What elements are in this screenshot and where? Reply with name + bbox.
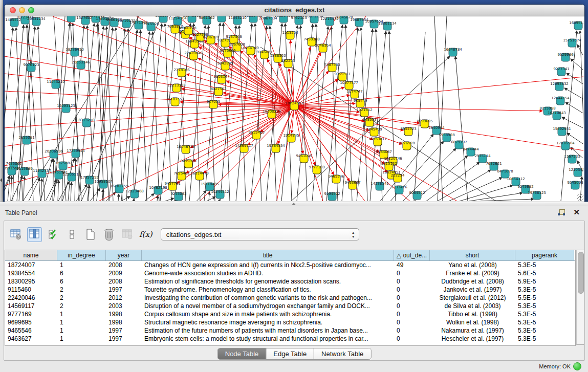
graph-node[interactable]: 16107553: [166, 97, 184, 106]
graph-edge[interactable]: [165, 198, 174, 201]
splitter-grip-icon[interactable]: [292, 203, 296, 205]
graph-node[interactable]: 8427552: [210, 87, 226, 96]
graph-edge[interactable]: [277, 106, 294, 201]
unselect-all-columns-icon[interactable]: [65, 228, 79, 242]
graph-edge[interactable]: [97, 16, 110, 201]
graph-node[interactable]: 8654923: [400, 127, 416, 136]
graph-node[interactable]: 11043210: [47, 80, 65, 89]
graph-edge[interactable]: [118, 194, 119, 201]
delete-table-icon[interactable]: [102, 228, 116, 242]
tab-network-table[interactable]: Network Table: [314, 348, 371, 359]
table-scrollbar[interactable]: [576, 250, 584, 345]
graph-edge[interactable]: [567, 73, 583, 84]
graph-node[interactable]: 12444154: [551, 96, 570, 105]
column-header-in_degree[interactable]: in_degree: [57, 250, 106, 260]
graph-node[interactable]: 19384554: [267, 144, 285, 152]
graph-node[interactable]: 9461045: [296, 154, 312, 163]
graph-edge[interactable]: [260, 47, 496, 201]
tab-edge-table[interactable]: Edge Table: [266, 348, 314, 359]
network-window-titlebar[interactable]: citations_edges.txt: [5, 5, 584, 16]
graph-node[interactable]: 9245098: [567, 181, 583, 189]
graph-edge[interactable]: [376, 29, 382, 201]
close-panel-icon[interactable]: ✕: [573, 208, 580, 217]
column-header-title[interactable]: title: [142, 250, 394, 260]
graph-edge[interactable]: [294, 106, 303, 154]
graph-edge[interactable]: [562, 117, 583, 128]
graph-edge[interactable]: [577, 45, 583, 55]
table-row[interactable]: 1456911722003Disruption of a novel membe…: [5, 302, 575, 310]
graph-node[interactable]: 9076928: [399, 141, 415, 150]
graph-edge[interactable]: [90, 188, 100, 201]
table-selector[interactable]: citations_edges.txt ▲▼: [161, 228, 359, 240]
graph-edge[interactable]: [71, 182, 72, 201]
graph-node[interactable]: 7487583: [324, 63, 340, 72]
graph-node[interactable]: 1113254: [282, 31, 298, 39]
graph-edge[interactable]: [294, 77, 583, 106]
graph-node[interactable]: 10953817: [368, 137, 387, 146]
graph-node[interactable]: 9329966: [557, 53, 574, 61]
graph-node[interactable]: 9359517: [334, 72, 350, 81]
graph-node[interactable]: 16648784: [444, 48, 462, 56]
graph-edge[interactable]: [200, 106, 294, 201]
graph-node[interactable]: 12103454: [569, 168, 583, 177]
graph-edge[interactable]: [40, 159, 52, 201]
graph-node[interactable]: 14138141: [371, 182, 389, 190]
graph-node[interactable]: 2046354: [315, 43, 331, 52]
graph-node[interactable]: 10977577: [340, 81, 358, 90]
graph-node[interactable]: 12093832: [550, 82, 569, 91]
column-header-name[interactable]: name: [5, 250, 57, 260]
control-panel-splitter[interactable]: [0, 0, 3, 205]
graph-edge[interactable]: [414, 32, 425, 201]
table-row[interactable]: 1938455462009Genome-wide association stu…: [5, 269, 575, 277]
graph-node[interactable]: 9245032: [170, 192, 186, 201]
graph-edge[interactable]: [449, 178, 502, 201]
graph-edge[interactable]: [204, 106, 294, 173]
function-builder-icon[interactable]: f(x): [139, 230, 153, 239]
graph-node[interactable]: 1074747: [346, 90, 362, 98]
graph-edge[interactable]: [58, 180, 59, 201]
graph-node[interactable]: 915449: [354, 99, 367, 107]
table-options-icon[interactable]: [9, 228, 23, 242]
table-row[interactable]: 1830029562008Estimation of significance …: [5, 277, 575, 286]
tab-node-table[interactable]: Node Table: [218, 348, 267, 359]
graph-node[interactable]: 10244512: [211, 190, 229, 199]
new-table-icon[interactable]: [83, 228, 97, 242]
table-row[interactable]: 2242004622012Investigating the contribut…: [5, 294, 575, 302]
select-all-columns-icon[interactable]: [47, 228, 60, 242]
graph-node[interactable]: 9762123: [291, 16, 307, 25]
graph-edge[interactable]: [294, 106, 350, 181]
graph-node[interactable]: 16210643: [548, 111, 566, 120]
graph-edge[interactable]: [121, 196, 130, 201]
graph-edge[interactable]: [53, 159, 54, 201]
window-resize-grip[interactable]: [577, 194, 583, 201]
network-canvas[interactable]: 1405572418723416205312341065328715276021…: [5, 16, 583, 201]
graph-node[interactable]: 9227341: [553, 67, 569, 76]
column-header-pagerank[interactable]: pagerank: [515, 250, 574, 260]
graph-node[interactable]: 9076123: [23, 63, 39, 72]
graph-node[interactable]: 15692951: [553, 127, 571, 136]
table-row[interactable]: 946362711997Embryonic stem cells: a mode…: [5, 335, 575, 343]
graph-node[interactable]: 832203: [281, 59, 295, 68]
table-row[interactable]: 1872400712008Changes of HCN gene express…: [5, 261, 575, 269]
graph-edge[interactable]: [565, 102, 583, 113]
table-row[interactable]: 977716911998Corpus callosum shape and si…: [5, 310, 575, 318]
scrollbar-thumb[interactable]: [578, 252, 584, 294]
table-row[interactable]: 911546021997Tourette syndrome. Phenomeno…: [5, 286, 575, 294]
show-columns-icon[interactable]: [27, 227, 42, 242]
graph-node[interactable]: 1121612: [356, 108, 372, 117]
graph-node[interactable]: 9465546: [328, 174, 344, 183]
table-row[interactable]: 946554611997Estimation of the future num…: [5, 326, 575, 335]
graph-node[interactable]: 2718126: [173, 68, 190, 77]
graph-node[interactable]: 1733426: [391, 185, 407, 194]
graph-edge[interactable]: [294, 106, 542, 111]
graph-node[interactable]: 12923468: [125, 189, 144, 198]
graph-node[interactable]: 19768123: [528, 191, 546, 200]
graph-node[interactable]: 9499878: [180, 159, 196, 168]
column-header-short[interactable]: short: [430, 250, 515, 260]
graph-edge[interactable]: [5, 106, 294, 146]
graph-node[interactable]: 10462198: [149, 186, 167, 194]
graph-edge[interactable]: [370, 31, 386, 201]
table-row[interactable]: 969969511998Structural magnetic resonanc…: [5, 318, 575, 326]
graph-node[interactable]: 8064512: [409, 191, 425, 200]
graph-edge[interactable]: [455, 56, 468, 201]
